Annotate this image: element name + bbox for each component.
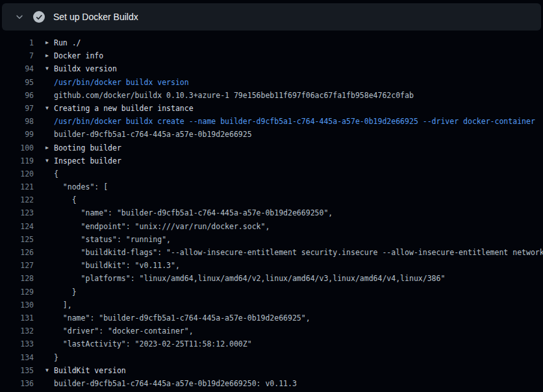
log-line[interactable]: 97 ▼ Creating a new builder instance — [0, 102, 543, 115]
group-toggle-icon — [45, 89, 54, 102]
group-toggle-icon — [45, 180, 54, 193]
triangle-right-icon[interactable]: ▶ — [45, 141, 54, 154]
group-toggle-icon — [45, 272, 54, 285]
line-number[interactable]: 131 — [0, 312, 34, 325]
group-toggle-icon — [45, 76, 54, 89]
log-text: "endpoint": "unix:///var/run/docker.sock… — [54, 220, 270, 233]
log-line[interactable]: 130 ], — [0, 299, 543, 312]
log-line[interactable]: 136 builder-d9cfb5a1-c764-445a-a57e-0b19… — [0, 377, 543, 390]
triangle-right-icon[interactable]: ▶ — [45, 49, 54, 62]
log-line[interactable]: 132 "driver": "docker-container", — [0, 325, 543, 337]
log-text: Creating a new builder instance — [54, 102, 194, 115]
log-line[interactable]: 100 ▶ Booting builder — [0, 141, 543, 154]
triangle-down-icon[interactable]: ▼ — [45, 154, 54, 167]
check-circle-icon — [33, 11, 45, 23]
log-text: "driver": "docker-container", — [54, 325, 194, 337]
line-number[interactable]: 129 — [0, 286, 34, 299]
log-line[interactable]: 131 "name": "builder-d9cfb5a1-c764-445a-… — [0, 312, 543, 325]
step-title: Set up Docker Buildx — [53, 12, 138, 22]
step-header[interactable]: Set up Docker Buildx — [2, 3, 541, 31]
group-toggle-icon — [45, 259, 54, 272]
log-line[interactable]: 96 github.com/docker/buildx 0.10.3+azure… — [0, 89, 543, 102]
line-number[interactable]: 98 — [0, 115, 34, 128]
group-toggle-icon — [45, 246, 54, 259]
chevron-down-icon[interactable] — [14, 12, 25, 22]
log-text: Run ./ — [54, 36, 81, 49]
group-toggle-icon — [45, 337, 54, 350]
line-number[interactable]: 96 — [0, 89, 34, 102]
line-number[interactable]: 135 — [0, 364, 34, 377]
line-number[interactable]: 134 — [0, 351, 34, 364]
line-number[interactable]: 121 — [0, 180, 34, 193]
line-number[interactable]: 128 — [0, 272, 34, 285]
log-line[interactable]: 128 "platforms": "linux/amd64,linux/amd6… — [0, 272, 543, 285]
group-toggle-icon — [45, 325, 54, 337]
log-text: "lastActivity": "2023-02-25T11:58:12.000… — [54, 337, 252, 350]
log-line[interactable]: 119 ▼ Inspect builder — [0, 154, 543, 167]
log-line[interactable]: 95 /usr/bin/docker buildx version — [0, 76, 543, 89]
triangle-down-icon[interactable]: ▼ — [45, 102, 54, 115]
line-number[interactable]: 94 — [0, 62, 34, 75]
line-number[interactable]: 124 — [0, 220, 34, 233]
line-number[interactable]: 120 — [0, 167, 34, 180]
log-line[interactable]: 133 "lastActivity": "2023-02-25T11:58:12… — [0, 337, 543, 350]
log-line[interactable]: 98 /usr/bin/docker buildx create --name … — [0, 115, 543, 128]
group-toggle-icon — [45, 206, 54, 219]
line-number[interactable]: 132 — [0, 325, 34, 337]
log-line[interactable]: 121 "nodes": [ — [0, 180, 543, 193]
line-number[interactable]: 133 — [0, 337, 34, 350]
line-number[interactable]: 126 — [0, 246, 34, 259]
triangle-down-icon[interactable]: ▼ — [45, 62, 54, 75]
line-number[interactable]: 122 — [0, 193, 34, 206]
log-line[interactable]: 134 } — [0, 351, 543, 364]
log-line[interactable]: 94 ▼ Buildx version — [0, 62, 543, 75]
line-number[interactable]: 99 — [0, 128, 34, 141]
group-toggle-icon — [45, 193, 54, 206]
triangle-right-icon[interactable]: ▶ — [45, 36, 54, 49]
log-line[interactable]: 123 "name": "builder-d9cfb5a1-c764-445a-… — [0, 206, 543, 219]
log-text: ], — [54, 299, 72, 312]
log-text: Buildx version — [54, 62, 117, 75]
log-text: "name": "builder-d9cfb5a1-c764-445a-a57e… — [54, 312, 310, 325]
log-line[interactable]: 124 "endpoint": "unix:///var/run/docker.… — [0, 220, 543, 233]
group-toggle-icon — [45, 377, 54, 390]
group-toggle-icon — [45, 286, 54, 299]
log-text: builder-d9cfb5a1-c764-445a-a57e-0b19d2e6… — [54, 128, 252, 141]
log-line[interactable]: 126 "buildkitd-flags": "--allow-insecure… — [0, 246, 543, 259]
log-line[interactable]: 122 { — [0, 193, 543, 206]
line-number[interactable]: 119 — [0, 154, 34, 167]
log-text: { — [54, 167, 58, 180]
log-line[interactable]: 120 { — [0, 167, 543, 180]
log-text: BuildKit version — [54, 364, 126, 377]
log-text: Inspect builder — [54, 154, 121, 167]
log-text: Booting builder — [54, 141, 121, 154]
log-line[interactable]: 99 builder-d9cfb5a1-c764-445a-a57e-0b19d… — [0, 128, 543, 141]
line-number[interactable]: 136 — [0, 377, 34, 390]
log-text: "buildkit": "v0.11.3", — [54, 259, 180, 272]
log-line[interactable]: 7 ▶ Docker info — [0, 49, 543, 62]
log-line[interactable]: 125 "status": "running", — [0, 233, 543, 246]
line-number[interactable]: 130 — [0, 299, 34, 312]
log-line[interactable]: 135 ▼ BuildKit version — [0, 364, 543, 377]
log-line[interactable]: 1 ▶ Run ./ — [0, 36, 543, 49]
log-text: { — [54, 193, 77, 206]
line-number[interactable]: 125 — [0, 233, 34, 246]
line-number[interactable]: 127 — [0, 259, 34, 272]
line-number[interactable]: 100 — [0, 141, 34, 154]
line-number[interactable]: 97 — [0, 102, 34, 115]
log-line[interactable]: 127 "buildkit": "v0.11.3", — [0, 259, 543, 272]
log-line[interactable]: 129 } — [0, 286, 543, 299]
log-text: /usr/bin/docker buildx create --name bui… — [54, 115, 535, 128]
group-toggle-icon — [45, 115, 54, 128]
line-number[interactable]: 123 — [0, 206, 34, 219]
log-text: "name": "builder-d9cfb5a1-c764-445a-a57e… — [54, 206, 333, 219]
group-toggle-icon — [45, 299, 54, 312]
line-number[interactable]: 1 — [0, 36, 34, 49]
log-text: "status": "running", — [54, 233, 171, 246]
group-toggle-icon — [45, 220, 54, 233]
triangle-down-icon[interactable]: ▼ — [45, 364, 54, 377]
group-toggle-icon — [45, 312, 54, 325]
line-number[interactable]: 7 — [0, 49, 34, 62]
line-number[interactable]: 95 — [0, 76, 34, 89]
group-toggle-icon — [45, 233, 54, 246]
